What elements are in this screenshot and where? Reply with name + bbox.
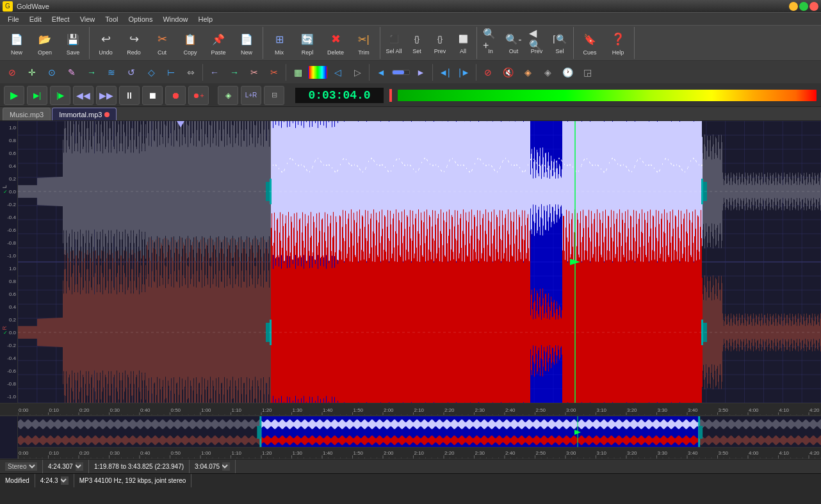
status-file-state: Modified <box>0 474 35 487</box>
stop-effect-button[interactable]: ⊘ <box>3 63 22 82</box>
trim-button[interactable]: ✂| Trim <box>350 28 378 58</box>
loop-toggle[interactable]: ◈ <box>218 86 238 105</box>
volume-left-button[interactable]: ◄ <box>371 63 391 82</box>
pause-button[interactable]: ⏸ <box>119 86 140 105</box>
new-button[interactable]: 📄 New <box>3 28 31 58</box>
clock-button[interactable]: 🕐 <box>558 63 577 82</box>
close-button[interactable] <box>809 2 818 11</box>
mute-button[interactable]: 🔇 <box>498 63 517 82</box>
bookmark-button[interactable]: ◲ <box>578 63 597 82</box>
time-indicator <box>389 89 392 102</box>
menu-help[interactable]: Help <box>193 14 218 24</box>
play-selection-button[interactable]: ▶| <box>27 86 47 105</box>
mono-button[interactable]: ◈ <box>518 63 537 82</box>
move-tool-button[interactable]: ✛ <box>22 63 42 82</box>
left-channel-labels: 1.00.80.60.40.2 ✓0.0 -0.2-0.4-0.6-0.8-1.… <box>0 121 18 262</box>
arrow-right2-button[interactable]: → <box>225 63 244 82</box>
all-button[interactable]: ⬜ All <box>451 28 475 58</box>
zoom-sel-button[interactable]: ⌈🔍 Sel <box>548 28 571 58</box>
zoom-out-button[interactable]: 🔍- Out <box>502 28 525 58</box>
status-file-duration2: 4:24.3 <box>35 474 74 487</box>
redo-button[interactable]: ↪ Redo <box>120 28 148 58</box>
right-channel-labels: 1.00.80.60.40.2 ✓0.0 -0.2-0.4-0.6-0.8-1.… <box>0 262 18 403</box>
spectrum-button[interactable] <box>308 66 327 79</box>
open-button[interactable]: 📂 Open <box>31 28 59 58</box>
duration-dropdown[interactable] <box>76 462 83 471</box>
prev-button[interactable]: {} Prev <box>428 28 451 58</box>
arrow-right-button[interactable]: → <box>82 63 101 82</box>
forward-button[interactable]: ▶▶ <box>96 86 117 105</box>
mix-button[interactable]: ⊞ Mix <box>265 28 293 58</box>
volume-right-button[interactable]: ► <box>411 63 430 82</box>
cut-button[interactable]: ✂ Cut <box>148 28 176 58</box>
delete-icon: ✖ <box>327 30 345 48</box>
menu-file[interactable]: File <box>3 14 24 24</box>
help-icon: ❓ <box>609 30 627 48</box>
stop2-button[interactable]: ⊘ <box>478 63 498 82</box>
cut2-button[interactable]: ✂ <box>264 63 284 82</box>
diamond-button[interactable]: ◇ <box>142 63 161 82</box>
maximize-button[interactable] <box>799 2 808 11</box>
cursor-left-button[interactable]: ◁ <box>328 63 347 82</box>
overview-left-panel <box>0 416 18 459</box>
edit-tools: ↩ Undo ↪ Redo ✂ Cut 📋 Copy 📌 Paste 📄 New <box>92 27 263 59</box>
scissors2-button[interactable]: ✂ <box>245 63 264 82</box>
menu-view[interactable]: View <box>75 14 101 24</box>
selall-button[interactable]: ⬛ Sel All <box>382 28 405 58</box>
menu-edit[interactable]: Edit <box>24 14 47 24</box>
volume-bar-button[interactable] <box>391 63 410 82</box>
color-button[interactable]: ▦ <box>288 63 307 82</box>
pencil-tool-button[interactable]: ✎ <box>62 63 81 82</box>
duration2-dropdown[interactable] <box>61 476 69 485</box>
markers-button[interactable]: ⊢ <box>161 63 181 82</box>
waveform-canvas[interactable] <box>18 121 821 403</box>
left-channel-button[interactable]: ◄| <box>435 63 454 82</box>
zoom-fit-button[interactable]: ⊟ <box>264 86 284 105</box>
repl-button[interactable]: 🔄 Repl <box>293 28 321 58</box>
set-button[interactable]: {} Set <box>405 28 428 58</box>
open-icon: 📂 <box>36 30 54 48</box>
play-from-button[interactable]: |▶ <box>50 86 70 105</box>
waveform-container[interactable]: 1.00.80.60.40.2 ✓0.0 -0.2-0.4-0.6-0.8-1.… <box>0 121 821 403</box>
right-channel-button[interactable]: |► <box>455 63 474 82</box>
delete-button[interactable]: ✖ Delete <box>321 28 350 58</box>
status-selection: 1:19.878 to 3:43.825 (2:23.947) <box>89 460 190 473</box>
save-button[interactable]: 💾 Save <box>59 28 87 58</box>
zoom-prev-button[interactable]: ◀🔍 Prev <box>525 28 548 58</box>
new2-button[interactable]: 📄 New <box>232 28 261 58</box>
cues-button[interactable]: 🔖 Cues <box>576 28 604 58</box>
copy-button[interactable]: 📋 Copy <box>176 28 204 58</box>
save-icon: 💾 <box>64 30 82 48</box>
all-icon: ⬜ <box>455 31 471 47</box>
help-button[interactable]: ❓ Help <box>604 28 632 58</box>
channel-select[interactable]: L+R <box>241 86 261 105</box>
menu-effect[interactable]: Effect <box>47 14 75 24</box>
record-more-button[interactable]: ⏺+ <box>188 86 209 105</box>
undo-button[interactable]: ↩ Undo <box>92 28 120 58</box>
stop-button[interactable]: ⏹ <box>142 86 163 105</box>
cut-icon: ✂ <box>153 30 171 48</box>
rewind-button[interactable]: ◀◀ <box>73 86 93 105</box>
record-button[interactable]: ⏺ <box>165 86 186 105</box>
stereo-button[interactable]: ◈ <box>538 63 557 82</box>
zoom-in-button[interactable]: 🔍+ In <box>479 28 502 58</box>
zoom-tool-button[interactable]: ⊙ <box>42 63 61 82</box>
split-button[interactable]: ⇔ <box>181 63 200 82</box>
minimize-button[interactable] <box>789 2 798 11</box>
loop-button[interactable]: ↺ <box>122 63 141 82</box>
menu-options[interactable]: Options <box>123 14 158 24</box>
mode-dropdown[interactable]: Stereo <box>5 462 37 471</box>
tab-immortal[interactable]: Immortal.mp3 <box>52 108 117 120</box>
cursor-right-button[interactable]: ▷ <box>348 63 367 82</box>
menu-window[interactable]: Window <box>158 14 193 24</box>
paste-icon: 📌 <box>209 30 227 48</box>
overview-section[interactable] <box>0 416 821 459</box>
wave-button[interactable]: ≋ <box>102 63 121 82</box>
tab-music[interactable]: Music.mp3 <box>3 108 51 120</box>
arrow-left2-button[interactable]: ← <box>205 63 224 82</box>
paste-button[interactable]: 📌 Paste <box>204 28 232 58</box>
position-dropdown[interactable] <box>222 462 230 471</box>
play-button[interactable]: ▶ <box>4 86 24 105</box>
overview-canvas[interactable] <box>18 416 821 448</box>
menu-tool[interactable]: Tool <box>100 14 123 24</box>
